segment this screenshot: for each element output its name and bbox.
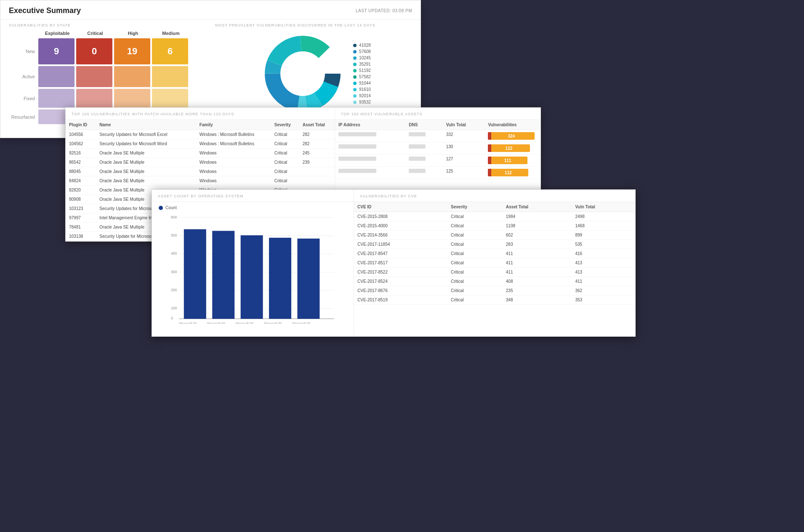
bar-1 <box>184 229 206 319</box>
cve-title: VULNERABILITIES BY CVE <box>354 190 635 202</box>
table-row: CVE-2017-8524 Critical 408 411 <box>354 277 635 286</box>
cell-family: Windows : Microsoft Bulletins <box>196 139 271 149</box>
svg-text:200: 200 <box>171 288 177 292</box>
svg-text:Microsoft Wi...: Microsoft Wi... <box>293 322 313 324</box>
exec-updated: LAST UPDATED: 03:08 PM <box>356 8 412 13</box>
cell-plugin-id: 86542 <box>66 158 96 167</box>
bar-2 <box>212 231 234 319</box>
cell-severity: Critical <box>271 130 299 139</box>
tile-new-medium: 6 <box>152 38 188 64</box>
donut-legend: 41028 57608 10245 35291 51192 57582 9104… <box>353 43 371 104</box>
row-label-fixed: Fixed <box>9 96 38 101</box>
cell-cve-asset-total: 348 <box>503 295 572 305</box>
cell-vuln-bar: 111 <box>485 154 540 167</box>
cell-cve-vuln-total: 353 <box>572 295 635 305</box>
col-high: High <box>114 31 152 36</box>
cell-family: Windows <box>196 158 271 167</box>
cell-cve-asset-total: 1984 <box>503 212 572 221</box>
cell-cve-id: CVE-2015-4000 <box>354 221 447 231</box>
cell-ip <box>335 154 405 167</box>
cell-cve-asset-total: 411 <box>503 268 572 277</box>
cell-cve-id: CVE-2017-8522 <box>354 268 447 277</box>
th-cve-severity: Severity <box>447 202 503 212</box>
table-row: 86542 Oracle Java SE Multiple Windows Cr… <box>66 158 335 167</box>
cell-asset-total: 239 <box>299 158 335 167</box>
cell-asset-total: 282 <box>299 130 335 139</box>
cell-plugin-id: 80908 <box>66 195 96 204</box>
tile-new-critical: 0 <box>76 38 112 64</box>
cell-cve-vuln-total: 416 <box>572 249 635 258</box>
cell-plugin-id: 82820 <box>66 186 96 195</box>
table-row: CVE-2017-8522 Critical 411 413 <box>354 268 635 277</box>
th-plugin-id: Plugin ID <box>66 120 96 130</box>
cell-asset-total: 282 <box>299 139 335 149</box>
th-cve-asset-total: Asset Total <box>503 202 572 212</box>
cell-cve-vuln-total: 413 <box>572 258 635 268</box>
bottom-panel: ASSET COUNT BY OPERATING SYSTEM Count 60… <box>152 189 636 337</box>
cell-name: Oracle Java SE Multiple <box>96 158 196 167</box>
row-label-active: Active <box>9 74 38 79</box>
table-row: 332 324 <box>335 130 540 142</box>
bar-5 <box>297 239 319 319</box>
tile-active-exploitable <box>38 66 75 87</box>
cell-ip <box>335 142 405 154</box>
cell-name: Security Updates for Microsoft Excel <box>96 130 196 139</box>
cell-cve-asset-total: 408 <box>503 277 572 286</box>
cell-cve-severity: Critical <box>447 231 503 240</box>
cell-cve-id: CVE-2017-8519 <box>354 295 447 305</box>
th-ip: IP Address <box>335 120 405 130</box>
cell-cve-asset-total: 411 <box>503 249 572 258</box>
cell-vuln-total: 127 <box>443 154 485 167</box>
th-cve-id: CVE ID <box>354 202 447 212</box>
cell-dns <box>405 142 442 154</box>
tile-fixed-critical <box>76 89 112 108</box>
table-row: 125 112 <box>335 167 540 179</box>
tile-fixed-high <box>114 89 150 108</box>
assets-table-title: TOP 100 MOST VULNERABLE ASSETS <box>335 108 540 120</box>
col-medium: Medium <box>152 31 190 36</box>
table-row: 84824 Oracle Java SE Multiple Windows Cr… <box>66 176 335 186</box>
svg-text:600: 600 <box>171 215 177 219</box>
cell-cve-vuln-total: 2498 <box>572 212 635 221</box>
table-row: CVE-2017-8517 Critical 411 413 <box>354 258 635 268</box>
cell-cve-severity: Critical <box>447 286 503 295</box>
cell-severity: Critical <box>271 149 299 158</box>
cell-asset-total <box>299 167 335 176</box>
cell-severity: Critical <box>271 176 299 186</box>
th-asset-total: Asset Total <box>299 120 335 130</box>
cell-cve-vuln-total: 413 <box>572 268 635 277</box>
tile-fixed-exploitable <box>38 89 75 108</box>
cell-ip <box>335 167 405 179</box>
cell-cve-severity: Critical <box>447 268 503 277</box>
cell-cve-vuln-total: 411 <box>572 277 635 286</box>
cell-cve-asset-total: 283 <box>503 240 572 249</box>
cell-cve-id: CVE-2017-8524 <box>354 277 447 286</box>
tile-new-high: 19 <box>114 38 150 64</box>
table-row: 127 111 <box>335 154 540 167</box>
cell-vuln-total: 332 <box>443 130 485 142</box>
cell-cve-severity: Critical <box>447 295 503 305</box>
cell-cve-severity: Critical <box>447 249 503 258</box>
cell-cve-asset-total: 235 <box>503 286 572 295</box>
cve-table: CVE ID Severity Asset Total Vuln Total C… <box>354 202 635 305</box>
cell-plugin-id: 78481 <box>66 223 96 232</box>
cell-name: Oracle Java SE Multiple <box>96 167 196 176</box>
th-dns: DNS <box>405 120 442 130</box>
table-row: CVE-2014-3566 Critical 602 899 <box>354 231 635 240</box>
table-row: CVE-2015-2808 Critical 1984 2498 <box>354 212 635 221</box>
bar-4 <box>269 238 291 319</box>
cell-cve-vuln-total: 899 <box>572 231 635 240</box>
cell-family: Windows <box>196 176 271 186</box>
tile-active-high <box>114 66 150 87</box>
assets-table: IP Address DNS Vuln Total Vulnerabilitie… <box>335 120 540 179</box>
cve-panel: VULNERABILITIES BY CVE CVE ID Severity A… <box>354 190 635 336</box>
svg-text:100: 100 <box>171 306 177 310</box>
cell-severity: Critical <box>271 139 299 149</box>
cell-vuln-bar: 122 <box>485 142 540 154</box>
cell-name: Oracle Java SE Multiple <box>96 149 196 158</box>
cell-cve-id: CVE-2017-8517 <box>354 258 447 268</box>
cell-vuln-bar: 112 <box>485 167 540 179</box>
cell-plugin-id: 103138 <box>66 232 96 241</box>
cell-plugin-id: 88045 <box>66 167 96 176</box>
cell-dns <box>405 130 442 142</box>
